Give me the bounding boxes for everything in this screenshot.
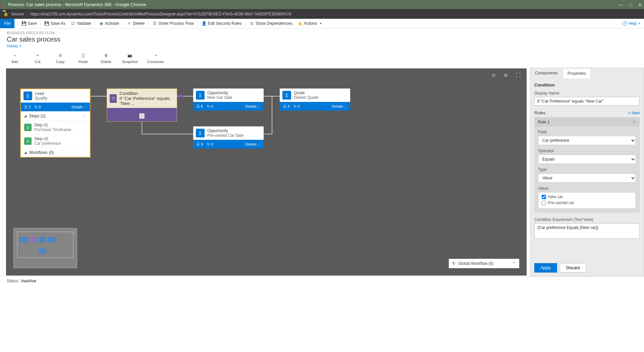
address-bar: 🔒 Secure | https://trial1705.crm.dynamic… [0,9,644,19]
details-toggle[interactable]: Details▼ [7,44,22,48]
help-link[interactable]: ?Help▼ [623,21,641,26]
triangle-down-icon: ◢ [24,114,26,118]
workflows-header[interactable]: ◢Workflows (0) [21,148,90,157]
loop-icon: ↻ [35,105,38,109]
apply-button[interactable]: Apply [534,263,557,273]
tab-components[interactable]: Components [530,68,562,78]
rule-title: Rule 1 [538,120,550,124]
command-toolbar: File | 💾Save | 💾Save As ☑Validate | ◉Act… [0,19,644,28]
app-icon [2,3,6,7]
status-value: Inactive [21,279,36,283]
connector-button[interactable]: ⇢Connector [147,52,164,64]
add-button[interactable]: ＋Add [8,52,21,64]
condition-icon: ⚇ [110,94,117,103]
window-title-bar: Process: Car sales process - Microsoft D… [0,0,644,9]
value-option-new-car[interactable]: New car [542,194,632,199]
order-process-flow-button[interactable]: ☰Order Process Flow [150,19,197,28]
page-url[interactable]: https://trial1705.crm.dynamics.com/Tools… [30,12,291,16]
condition-subtitle: If "Car Preference" equals "New ... [119,96,174,106]
value-option-preowned-car[interactable]: Pre-owned car [542,200,632,205]
save-button[interactable]: 💾Save [19,19,39,28]
help-icon: ? [623,21,627,26]
chevron-up-icon: ⌃ [513,261,516,266]
process-canvas[interactable]: ⊖ ⊕ ⛶ Σ LeadQualify ☰2↻0 Details ⌃ ◢Step… [6,68,527,276]
panel-heading: Condition [534,82,640,87]
stage-details-toggle[interactable]: Details ⌄ [332,104,347,108]
step-item[interactable]: ☰Step #2Car preference [21,134,90,148]
validate-button[interactable]: ☑Validate [68,19,94,28]
steps-icon: ☰ [24,105,28,109]
step-icon: ☰ [24,137,32,145]
arrow-up-icon[interactable]: ↑ [83,114,84,118]
lock-icon: 🔒 [3,12,8,16]
status-bar: Status: Inactive [0,276,644,285]
deps-icon: ⧉ [250,21,254,26]
window-close-icon[interactable]: ✕ [638,2,642,7]
preowned-car-checkbox[interactable] [542,201,546,205]
remove-rule-icon[interactable]: ✕ [633,120,636,124]
stage-opportunity-new[interactable]: ΣOpportunityNew Car Sale ☰ 6↻ 0Details ⌄ [193,89,264,111]
edit-security-roles-button[interactable]: 👤Edit Security Roles [199,19,244,28]
secure-label: Secure [11,12,24,16]
show-dependencies-button[interactable]: ⧉Show Dependencies [247,19,295,28]
window-maximize-icon[interactable]: □ [629,2,632,7]
stage-icon: Σ [282,91,291,100]
new-rule-button[interactable]: + New [628,111,640,115]
paste-button[interactable]: 📋Paste [76,52,90,64]
save-as-icon: 💾 [45,21,49,26]
trash-icon: 🗑 [103,52,109,58]
zoom-out-icon[interactable]: ⊖ [492,72,496,78]
actions-menu[interactable]: 👆Actions▼ [295,19,325,28]
discard-button[interactable]: Discard [560,263,586,273]
order-icon: ☰ [152,21,157,26]
paste-icon: 📋 [80,52,86,58]
tab-properties[interactable]: Properties [562,68,591,78]
global-workflow-bar[interactable]: ↻ Global Workflow (0) ⌃ [449,259,519,268]
plus-icon: ＋ [12,52,18,58]
step-item[interactable]: ☰Step #1Purchase Timeframe [21,121,90,134]
value-label: Value [538,186,636,191]
stage-opportunity-preowned[interactable]: ΣOpportunityPre-owned Car Sale ☰ 9↻ 0Det… [193,126,264,149]
expression-text: (Car preference Equals [New car]) [534,223,640,239]
field-select[interactable]: Car preference [538,136,636,145]
type-select[interactable]: Value [538,173,636,183]
stage-icon: Σ [23,92,32,100]
file-menu[interactable]: File [0,19,14,28]
snapshot-button[interactable]: 📷Snapshot [122,52,138,64]
window-minimize-icon[interactable]: — [619,2,623,7]
new-car-checkbox[interactable] [542,195,546,199]
delete-canvas-button[interactable]: 🗑Delete [99,52,113,64]
delete-button[interactable]: ✕Delete [124,19,147,28]
steps-header[interactable]: ◢Steps (2)↑↓ [21,112,90,121]
breadcrumb: BUSINESS PROCESS FLOW [7,31,637,35]
stage-details-toggle[interactable]: Details ⌄ [245,142,260,146]
stage-quote[interactable]: ΣQuoteDeliver Quote ☰ 4↻ 0Details ⌄ [280,89,350,111]
connector-icon: ⇢ [153,52,159,58]
cut-button[interactable]: ✂Cut [31,52,44,64]
field-label: Field [538,130,636,134]
rules-label: Rules [534,110,545,115]
validate-icon: ☑ [71,21,75,26]
stage-icon: Σ [196,91,205,100]
condition-false-badge: ✕ [139,113,145,119]
activate-icon: ◉ [99,21,104,26]
activate-button[interactable]: ◉Activate [96,19,122,28]
zoom-in-icon[interactable]: ⊕ [504,72,508,78]
triangle-down-icon: ◢ [24,151,26,154]
chevron-up-icon: ⌃ [84,106,87,109]
save-as-button[interactable]: 💾Save As [42,19,68,28]
display-name-input[interactable] [534,97,640,106]
condition-true-badge: ✓ [178,94,183,99]
fit-screen-icon[interactable]: ⛶ [516,72,521,78]
arrow-down-icon[interactable]: ↓ [85,114,87,118]
chevron-down-icon: ▼ [19,45,22,48]
operator-label: Operator [538,149,636,153]
copy-button[interactable]: ⧉Copy [54,52,67,64]
minimap[interactable]: ⛶ [13,228,77,268]
operator-select[interactable]: Equals [538,155,636,164]
stage-details-toggle[interactable]: Details ⌄ [245,104,260,108]
display-name-label: Display Name [534,91,640,96]
actions-icon: 👆 [298,21,303,26]
stage-lead[interactable]: Σ LeadQualify ☰2↻0 Details ⌃ ◢Steps (2)↑… [20,89,91,158]
stage-details-toggle[interactable]: Details ⌃ [71,105,87,109]
